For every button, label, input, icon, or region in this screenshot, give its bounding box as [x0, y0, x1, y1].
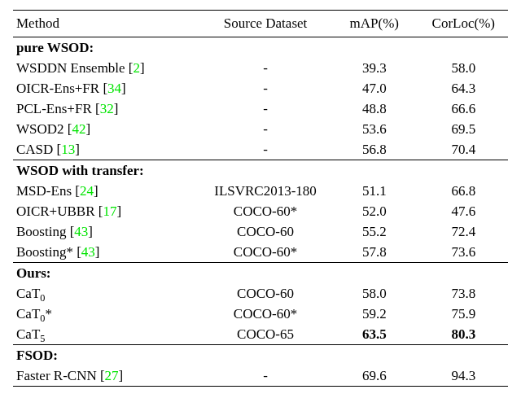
cell-corloc: 58.0	[419, 58, 508, 78]
table-row: MSD-Ens [24]ILSVRC2013-18051.166.8	[13, 181, 508, 201]
section-label: Ours:	[13, 263, 508, 284]
cell-corloc: 64.3	[419, 78, 508, 98]
cell-map: 59.2	[330, 304, 418, 324]
cell-corloc: 69.5	[419, 119, 508, 139]
col-map: mAP(%)	[330, 11, 418, 37]
cell-source: -	[201, 78, 330, 98]
cell-method: WSDDN Ensemble [2]	[13, 58, 201, 78]
cell-method: MSD-Ens [24]	[13, 181, 201, 201]
cell-corloc: 47.6	[419, 201, 508, 221]
citation-number[interactable]: 43	[81, 244, 95, 260]
col-corloc: CorLoc(%)	[419, 11, 508, 37]
citation-number[interactable]: 34	[107, 81, 121, 96]
table-row: OICR-Ens+FR [34]-47.064.3	[13, 78, 508, 98]
section-row: WSOD with transfer:	[13, 160, 508, 182]
section-row: FSOD:	[13, 345, 508, 366]
cell-source: -	[201, 58, 330, 78]
table-row: OICR+UBBR [17]COCO-60*52.047.6	[13, 201, 508, 221]
cell-map: 48.8	[330, 98, 418, 119]
cell-source: COCO-65	[201, 324, 330, 345]
table-row: CASD [13]-56.870.4	[13, 139, 508, 160]
table-row: Faster R-CNN [27]-69.694.3	[13, 365, 508, 387]
cell-source: COCO-60*	[201, 242, 330, 263]
citation-number[interactable]: 27	[105, 368, 119, 383]
col-source: Source Dataset	[201, 11, 330, 37]
table-header-row: Method Source Dataset mAP(%) CorLoc(%)	[13, 11, 508, 37]
cell-method: PCL-Ens+FR [32]	[13, 98, 201, 119]
section-label: FSOD:	[13, 345, 508, 366]
cell-source: -	[201, 119, 330, 139]
col-method: Method	[13, 11, 201, 37]
citation-number[interactable]: 17	[103, 203, 116, 219]
table-row: WSOD2 [42]-53.669.5	[13, 119, 508, 139]
table-row: Boosting* [43]COCO-60*57.873.6	[13, 242, 508, 263]
cell-map: 47.0	[330, 78, 418, 98]
table-row: CaT0COCO-6058.073.8	[13, 283, 508, 304]
cell-map: 63.5	[330, 324, 418, 345]
cell-method: CaT5	[13, 324, 201, 345]
section-row: pure WSOD:	[13, 37, 508, 59]
cell-corloc: 75.9	[419, 304, 508, 324]
table-row: CaT5COCO-6563.580.3	[13, 324, 508, 345]
cell-map: 57.8	[330, 242, 418, 263]
cell-method: Boosting* [43]	[13, 242, 201, 263]
cell-corloc: 70.4	[419, 139, 508, 160]
citation-number[interactable]: 2	[134, 60, 141, 76]
cell-map: 55.2	[330, 221, 418, 242]
cell-method: CASD [13]	[13, 139, 201, 160]
cell-source: COCO-60	[201, 283, 330, 304]
cell-method: Faster R-CNN [27]	[13, 365, 201, 387]
citation-number[interactable]: 42	[72, 121, 85, 137]
table-row: Boosting [43]COCO-6055.272.4	[13, 221, 508, 242]
cell-map: 56.8	[330, 139, 418, 160]
results-table: Method Source Dataset mAP(%) CorLoc(%) p…	[13, 10, 508, 387]
cell-source: -	[201, 139, 330, 160]
cell-map: 52.0	[330, 201, 418, 221]
citation-number[interactable]: 43	[74, 224, 88, 239]
cell-method: OICR+UBBR [17]	[13, 201, 201, 221]
table-row: PCL-Ens+FR [32]-48.866.6	[13, 98, 508, 119]
cell-corloc: 72.4	[419, 221, 508, 242]
cell-map: 69.6	[330, 365, 418, 387]
cell-map: 53.6	[330, 119, 418, 139]
cell-corloc: 66.6	[419, 98, 508, 119]
cell-map: 58.0	[330, 283, 418, 304]
cell-corloc: 94.3	[419, 365, 508, 387]
table-row: WSDDN Ensemble [2]-39.358.0	[13, 58, 508, 78]
cell-source: -	[201, 98, 330, 119]
citation-number[interactable]: 13	[61, 142, 75, 157]
cell-source: COCO-60	[201, 221, 330, 242]
cell-source: -	[201, 365, 330, 387]
cell-corloc: 73.6	[419, 242, 508, 263]
section-label: pure WSOD:	[13, 37, 508, 59]
table-row: CaT0*COCO-60*59.275.9	[13, 304, 508, 324]
cell-corloc: 73.8	[419, 283, 508, 304]
cell-map: 39.3	[330, 58, 418, 78]
section-row: Ours:	[13, 263, 508, 284]
cell-source: COCO-60*	[201, 201, 330, 221]
citation-number[interactable]: 32	[100, 101, 114, 116]
cell-method: WSOD2 [42]	[13, 119, 201, 139]
cell-method: Boosting [43]	[13, 221, 201, 242]
cell-method: CaT0	[13, 283, 201, 304]
cell-map: 51.1	[330, 181, 418, 201]
cell-corloc: 66.8	[419, 181, 508, 201]
cell-corloc: 80.3	[419, 324, 508, 345]
cell-source: COCO-60*	[201, 304, 330, 324]
cell-method: OICR-Ens+FR [34]	[13, 78, 201, 98]
cell-method: CaT0*	[13, 304, 201, 324]
section-label: WSOD with transfer:	[13, 160, 508, 182]
cell-source: ILSVRC2013-180	[201, 181, 330, 201]
citation-number[interactable]: 24	[80, 183, 94, 199]
